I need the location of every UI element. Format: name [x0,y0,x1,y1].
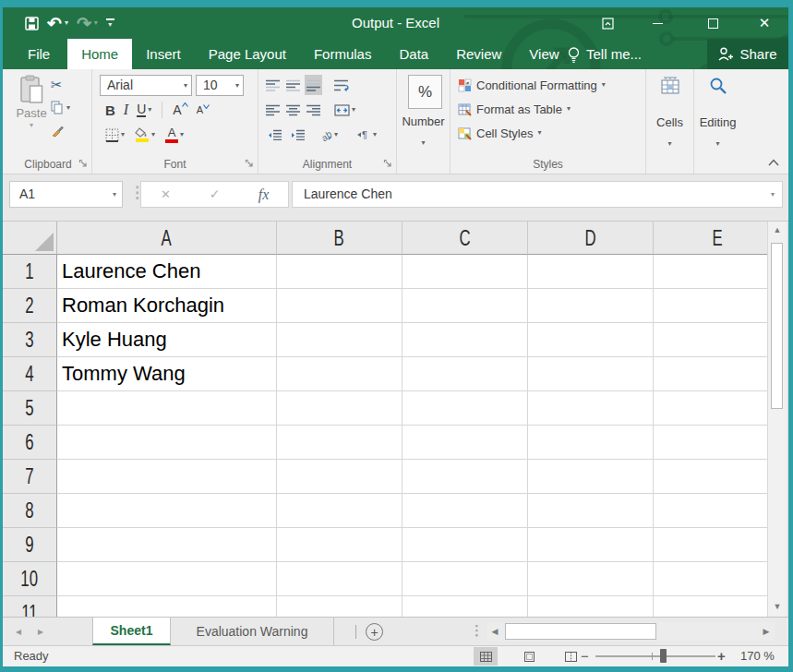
font-name-combobox[interactable]: Arial ▾ [100,75,192,96]
tab-home[interactable]: Home [67,39,132,69]
name-box-dropdown-icon[interactable]: ▾ [113,191,116,198]
cell-E7[interactable] [654,460,767,494]
format-as-table-dropdown-icon[interactable]: ▾ [567,105,571,113]
close-button[interactable]: ✕ [745,7,784,39]
conditional-formatting-button[interactable]: ≠ Conditional Formatting ▾ [458,74,606,96]
row-header-2[interactable]: 2 [3,289,57,323]
font-name-dropdown-icon[interactable]: ▾ [184,82,187,90]
expand-formula-bar-icon[interactable]: ▾ [771,191,775,198]
cell-D6[interactable] [528,426,654,460]
tab-view[interactable]: View [515,39,572,69]
tab-review[interactable]: Review [442,39,515,69]
cell-B2[interactable] [277,289,403,323]
horizontal-scrollbar[interactable]: ◀ ▶ [487,622,775,641]
cell-B9[interactable] [277,528,403,562]
cell-A6[interactable] [57,426,277,460]
tab-page-layout[interactable]: Page Layout [195,39,300,69]
new-sheet-button[interactable]: + [366,623,383,641]
paste-button[interactable]: Paste ▾ [12,75,51,129]
cell-C8[interactable] [403,494,528,528]
enter-button[interactable]: ✓ [190,182,239,207]
cell-E6[interactable] [654,426,767,460]
bold-button[interactable]: B [103,100,117,120]
row-header-9[interactable]: 9 [3,528,57,562]
name-box[interactable]: A1 ▾ [9,181,123,208]
cell-C6[interactable] [403,426,528,460]
cell-D11[interactable] [528,596,654,617]
cell-E4[interactable] [654,357,767,391]
vertical-scrollbar-thumb[interactable] [771,243,783,409]
vertical-scrollbar[interactable]: ▲ ▼ [767,222,787,617]
column-header-B[interactable]: B [277,222,403,255]
borders-button[interactable]: ▾ [103,125,126,145]
decrease-font-size-button[interactable]: A [195,100,211,120]
next-sheet-icon[interactable]: ▸ [38,625,43,638]
cell-A2[interactable]: Roman Korchagin [57,289,277,323]
merge-center-button[interactable]: ▾ [332,100,357,120]
cell-D1[interactable] [528,255,654,289]
cell-C2[interactable] [403,289,528,323]
number-group-button-label[interactable]: Number [397,114,450,128]
cell-C9[interactable] [403,528,528,562]
font-size-combobox[interactable]: 10 ▾ [196,75,244,96]
copy-button[interactable]: ▾ [51,100,70,115]
zoom-slider-thumb[interactable] [660,649,667,663]
cell-D9[interactable] [528,528,654,562]
align-right-button[interactable] [305,100,322,120]
merge-center-dropdown-icon[interactable]: ▾ [352,106,355,114]
sheet-tab-evaluation-warning[interactable]: Evaluation Warning [171,618,334,645]
insert-function-button[interactable]: fx [239,182,288,207]
row-header-10[interactable]: 10 [3,562,57,596]
cell-D8[interactable] [528,494,654,528]
conditional-formatting-dropdown-icon[interactable]: ▾ [602,81,606,89]
tab-insert[interactable]: Insert [132,39,195,69]
cell-C1[interactable] [403,255,528,289]
cell-C10[interactable] [403,562,528,596]
cell-C7[interactable] [403,460,528,494]
clipboard-dialog-launcher[interactable] [78,159,88,168]
row-header-8[interactable]: 8 [3,494,57,528]
column-header-C[interactable]: C [403,222,528,255]
cell-B10[interactable] [277,562,403,596]
cells-dropdown-icon[interactable]: ▾ [646,133,693,150]
scroll-down-icon[interactable]: ▼ [768,603,787,611]
align-left-button[interactable] [264,100,282,120]
maximize-button[interactable] [693,7,732,39]
copy-dropdown-icon[interactable]: ▾ [66,104,70,112]
font-color-dropdown-icon[interactable]: ▾ [180,131,184,138]
align-center-button[interactable] [284,100,302,120]
increase-font-size-button[interactable]: A [171,100,189,120]
sheet-bar-drag-handle[interactable]: ⋮ [470,622,484,639]
font-color-button[interactable]: A ▾ [163,125,186,145]
cell-C4[interactable] [403,357,528,391]
orientation-dropdown-icon[interactable]: ▾ [334,131,338,138]
middle-align-button[interactable] [284,75,302,95]
zoom-slider[interactable] [595,655,715,657]
cells-button[interactable] [646,77,693,95]
cell-A8[interactable] [57,494,277,528]
wrap-text-button[interactable] [332,75,351,95]
previous-sheet-icon[interactable]: ◂ [16,625,21,638]
cell-E10[interactable] [654,562,767,596]
number-dropdown-icon[interactable]: ▾ [397,132,450,149]
tab-formulas[interactable]: Formulas [300,39,386,69]
cell-D2[interactable] [528,289,654,323]
top-align-button[interactable] [264,75,282,95]
cell-C5[interactable] [403,391,528,426]
cell-B3[interactable] [277,323,403,357]
bottom-align-button[interactable] [305,75,322,95]
cell-E5[interactable] [654,391,767,426]
cell-styles-button[interactable]: Cell Styles ▾ [458,122,541,144]
cell-D3[interactable] [528,323,654,357]
cell-B8[interactable] [277,494,403,528]
decrease-indent-button[interactable] [266,125,283,145]
underline-button[interactable]: U▾ [135,100,153,120]
cancel-button[interactable]: ✕ [141,182,190,207]
editing-button-label[interactable]: Editing [694,115,741,129]
horizontal-scrollbar-thumb[interactable] [505,623,656,640]
column-header-E[interactable]: E [654,222,767,255]
tell-me-box[interactable]: Tell me... [568,39,642,69]
cell-D4[interactable] [528,357,654,391]
scroll-up-icon[interactable]: ▲ [768,226,787,234]
cell-D5[interactable] [528,391,654,426]
